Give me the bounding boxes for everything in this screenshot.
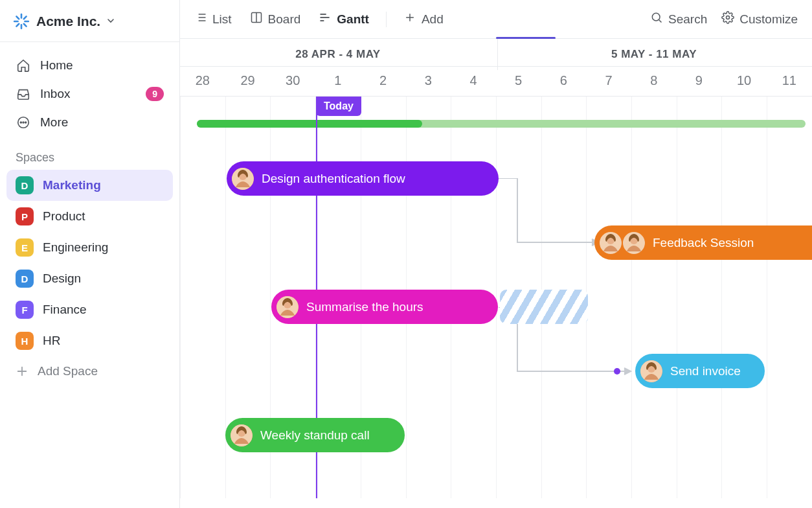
day-cell: 3 xyxy=(405,67,451,96)
list-icon xyxy=(194,11,207,27)
board-icon xyxy=(250,11,263,27)
view-label: Board xyxy=(268,12,301,27)
task-bar[interactable]: Summarise the hours xyxy=(271,290,498,324)
spaces-header: Spaces xyxy=(0,143,179,170)
space-label: Marketing xyxy=(43,178,101,192)
avatar xyxy=(231,424,253,446)
week-separator xyxy=(497,39,498,70)
app-logo-icon xyxy=(13,13,30,30)
space-label: Product xyxy=(43,209,85,224)
space-icon: E xyxy=(16,238,34,257)
customize-label: Customize xyxy=(739,12,798,27)
task-bar[interactable]: Feedback Session xyxy=(594,225,812,260)
add-view-button[interactable]: Add xyxy=(402,7,445,31)
plus-icon xyxy=(403,11,416,27)
more-icon xyxy=(16,115,31,130)
svg-point-10 xyxy=(23,122,24,123)
avatar xyxy=(640,360,662,382)
day-cell: 9 xyxy=(677,67,722,96)
svg-line-7 xyxy=(24,16,27,19)
space-label: Design xyxy=(43,271,81,286)
gantt-view: 28 APR - 4 MAY 5 MAY - 11 MAY 2829301234… xyxy=(180,39,812,508)
svg-point-27 xyxy=(727,16,730,19)
task-label: Summarise the hours xyxy=(306,300,423,314)
main-content: List Board Gantt Add Search xyxy=(180,0,812,508)
workspace-switcher[interactable]: Acme Inc. xyxy=(0,6,179,42)
task-bar[interactable]: Design authentication flow xyxy=(227,161,499,196)
home-icon xyxy=(16,58,31,73)
svg-line-6 xyxy=(16,24,19,27)
svg-point-11 xyxy=(25,122,27,123)
grid-line xyxy=(721,97,722,498)
inbox-badge: 9 xyxy=(146,87,164,101)
task-label: Send invoice xyxy=(670,364,741,378)
view-tab-gantt[interactable]: Gantt xyxy=(317,7,370,31)
space-item-marketing[interactable]: DMarketing xyxy=(6,170,173,201)
add-space-label: Add Space xyxy=(38,364,98,378)
view-toolbar: List Board Gantt Add Search xyxy=(180,0,812,39)
space-item-design[interactable]: DDesign xyxy=(6,263,173,294)
view-label: List xyxy=(212,12,232,27)
progress-fill xyxy=(197,120,422,128)
space-label: Engineering xyxy=(43,240,108,255)
milestone-dot xyxy=(614,368,620,375)
space-icon: D xyxy=(16,270,34,288)
space-icon: F xyxy=(16,301,34,319)
dependency-arrow xyxy=(499,178,609,249)
day-cell: 2 xyxy=(361,67,406,96)
task-label: Weekly standup call xyxy=(260,428,370,443)
view-tab-board[interactable]: Board xyxy=(249,7,302,31)
space-item-product[interactable]: PProduct xyxy=(6,201,173,232)
nav-label: More xyxy=(40,115,68,130)
space-item-hr[interactable]: HHR xyxy=(6,325,173,356)
week-header: 28 APR - 4 MAY 5 MAY - 11 MAY xyxy=(180,39,812,67)
space-label: Finance xyxy=(43,303,87,317)
space-item-engineering[interactable]: EEngineering xyxy=(6,232,173,263)
gantt-icon xyxy=(319,11,332,27)
space-icon: H xyxy=(16,332,34,350)
day-cell: 29 xyxy=(225,67,271,96)
day-cell: 7 xyxy=(586,67,631,96)
view-label: Gantt xyxy=(337,12,369,27)
sidebar: Acme Inc. Home Inbox 9 xyxy=(0,0,180,508)
svg-point-25 xyxy=(652,13,660,21)
space-item-finance[interactable]: FFinance xyxy=(6,294,173,325)
nav-inbox[interactable]: Inbox 9 xyxy=(6,80,173,108)
day-cell: 1 xyxy=(315,67,361,96)
workspace-name: Acme Inc. xyxy=(36,14,100,29)
nav-home[interactable]: Home xyxy=(6,51,173,80)
nav-label: Inbox xyxy=(40,87,70,101)
svg-point-9 xyxy=(20,122,21,123)
task-label: Feedback Session xyxy=(653,236,754,250)
grid-line xyxy=(180,97,181,498)
spaces-list: DMarketingPProductEEngineeringDDesignFFi… xyxy=(0,170,179,356)
day-cell: 4 xyxy=(451,67,496,96)
day-cell: 28 xyxy=(180,67,225,96)
add-space-button[interactable]: Add Space xyxy=(0,356,179,386)
today-flag: Today xyxy=(316,97,361,116)
task-bar[interactable]: Weekly standup call xyxy=(225,418,405,452)
plus-icon xyxy=(16,365,28,378)
grid-line xyxy=(767,97,767,498)
day-cell: 11 xyxy=(767,67,812,96)
gantt-body[interactable]: Today Design authentication flowFeedback… xyxy=(180,97,812,498)
inbox-icon xyxy=(16,86,31,102)
search-button[interactable]: Search xyxy=(649,7,708,31)
task-bar[interactable]: Send invoice xyxy=(635,354,765,388)
primary-nav: Home Inbox 9 More xyxy=(0,42,179,143)
nav-more[interactable]: More xyxy=(6,108,173,137)
day-cell: 10 xyxy=(721,67,767,96)
task-buffer xyxy=(500,290,588,324)
day-cell: 30 xyxy=(270,67,315,96)
week-range-1: 28 APR - 4 MAY xyxy=(180,39,496,66)
grid-line xyxy=(496,97,497,498)
divider xyxy=(386,12,387,27)
customize-button[interactable]: Customize xyxy=(720,7,799,31)
avatar xyxy=(623,232,645,254)
avatar xyxy=(600,232,622,254)
svg-line-4 xyxy=(16,16,19,19)
view-tab-list[interactable]: List xyxy=(193,7,233,31)
gear-icon xyxy=(721,11,734,27)
search-icon xyxy=(650,11,663,27)
svg-line-5 xyxy=(24,24,27,27)
